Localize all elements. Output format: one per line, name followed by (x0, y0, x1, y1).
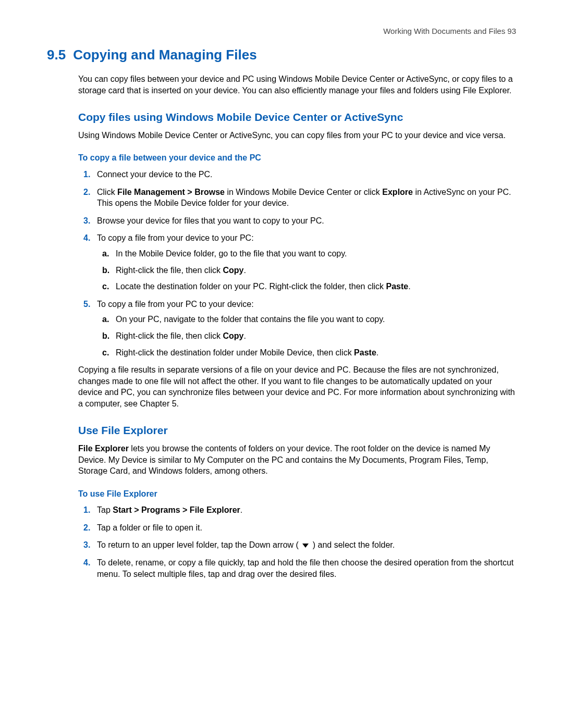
step-3-text: Browse your device for files that you wa… (97, 216, 324, 225)
step-4-text: To copy a file from your device to your … (97, 233, 254, 242)
step-5b: b.Right-click the file, then click Copy. (97, 330, 516, 342)
step-title-copy-file: To copy a file between your device and t… (78, 152, 516, 164)
exp-step-3: 3. To return to an upper level folder, t… (78, 539, 516, 551)
step-4a: a.In the Mobile Device folder, go to the… (97, 248, 516, 260)
section-heading: 9.5Copying and Managing Files (47, 46, 516, 64)
exp-step-2: 2. Tap a folder or file to open it. (78, 522, 516, 534)
subheading-copy-files: Copy files using Windows Mobile Device C… (78, 110, 516, 125)
step-4: 4. To copy a file from your device to yo… (78, 232, 516, 292)
sub1-intro: Using Windows Mobile Device Center or Ac… (78, 130, 516, 141)
step-5c: c.Right-click the destination folder und… (97, 347, 516, 359)
intro-paragraph: You can copy files between your device a… (78, 73, 516, 96)
step-4b: b.Right-click the file, then click Copy. (97, 265, 516, 276)
step-2: 2. Click File Management > Browse in Win… (78, 187, 516, 209)
subheading-file-explorer: Use File Explorer (78, 423, 516, 438)
step-3: 3. Browse your device for files that you… (78, 215, 516, 227)
step-2-text: Click File Management > Browse in Window… (97, 188, 511, 208)
copy-steps-list: 1. Connect your device to the PC. 2. Cli… (78, 169, 516, 358)
step-4-sublist: a.In the Mobile Device folder, go to the… (97, 248, 516, 292)
step-1: 1. Connect your device to the PC. (78, 169, 516, 180)
exp-step-4: 4. To delete, rename, or copy a file qui… (78, 557, 516, 579)
sub1-outro: Copying a file results in separate versi… (78, 364, 516, 409)
step-4c: c.Locate the destination folder on your … (97, 281, 516, 292)
step-5-sublist: a.On your PC, navigate to the folder tha… (97, 314, 516, 358)
exp-step-3-text: To return to an upper level folder, tap … (97, 540, 395, 549)
section-number: 9.5 (47, 46, 66, 64)
svg-marker-0 (302, 544, 309, 548)
step-title-use-explorer: To use File Explorer (78, 488, 516, 500)
step-1-text: Connect your device to the PC. (97, 170, 212, 179)
section-title-text: Copying and Managing Files (73, 47, 256, 63)
running-header: Working With Documents and Files 93 (47, 26, 516, 36)
exp-step-2-text: Tap a folder or file to open it. (97, 523, 202, 532)
exp-step-1-text: Tap Start > Programs > File Explorer. (97, 505, 242, 514)
exp-step-4-text: To delete, rename, or copy a file quickl… (97, 558, 513, 578)
exp-step-1: 1. Tap Start > Programs > File Explorer. (78, 504, 516, 516)
step-5: 5. To copy a file from your PC to your d… (78, 299, 516, 358)
explorer-steps-list: 1. Tap Start > Programs > File Explorer.… (78, 504, 516, 579)
step-5-text: To copy a file from your PC to your devi… (97, 300, 254, 309)
sub2-intro: File Explorer lets you browse the conten… (78, 443, 516, 477)
step-5a: a.On your PC, navigate to the folder tha… (97, 314, 516, 325)
down-arrow-icon (302, 543, 309, 548)
